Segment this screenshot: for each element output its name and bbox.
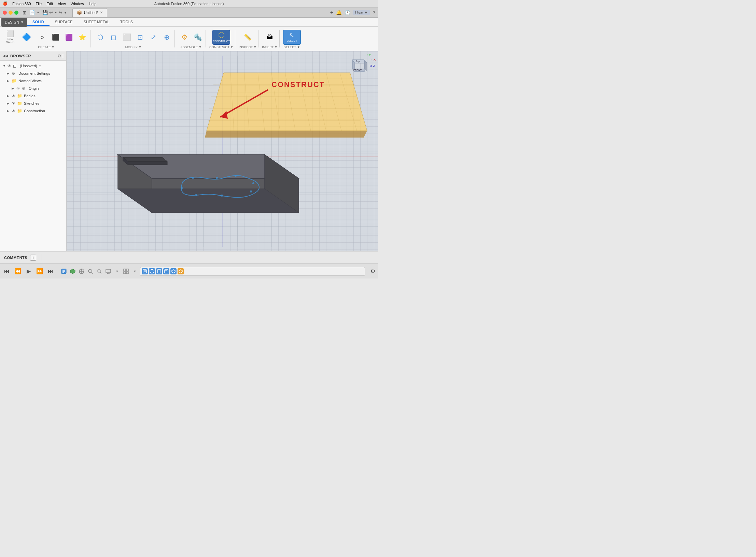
sketches-visibility[interactable]: 👁 (12, 101, 16, 105)
fillet-button[interactable]: ◻ (107, 30, 120, 45)
press-pull-button[interactable]: ⬡ (94, 30, 106, 45)
design-button[interactable]: DESIGN ▼ (1, 17, 27, 27)
timeline-icon-display[interactable] (104, 268, 112, 275)
timeline-icon-body[interactable] (69, 268, 76, 275)
view-cube[interactable]: Top FRONT → X ↑ Y ⊙ Z (347, 55, 371, 78)
timeline-item-1[interactable] (142, 268, 148, 274)
tab-surface[interactable]: SURFACE (50, 18, 78, 26)
select-button[interactable]: ↖ SELECT (283, 30, 301, 45)
timeline-goto-start[interactable]: ⏮ (3, 267, 11, 275)
construct-dropdown[interactable]: ▼ (230, 45, 233, 49)
sweep-button[interactable]: 🟪 (63, 30, 75, 45)
tree-item-construction[interactable]: ▶ 👁 📁 Construction (0, 107, 66, 115)
apple-menu[interactable]: 🍎 (3, 1, 8, 6)
notifications-icon[interactable]: 🔔 (336, 10, 342, 15)
history-icon[interactable]: 🕐 (345, 10, 350, 15)
menu-window[interactable]: Window (71, 2, 84, 6)
dropdown-arrow[interactable]: ▼ (37, 11, 40, 14)
tree-item-origin[interactable]: ▶ 👁 ⊕ Origin (0, 85, 66, 92)
timeline-item-4[interactable] (163, 268, 169, 274)
loft-button[interactable]: ⭐ (76, 30, 88, 45)
create-dropdown[interactable]: ▼ (52, 45, 55, 49)
menu-edit[interactable]: Edit (46, 2, 53, 6)
timeline-icon-grid-dropdown[interactable]: ▼ (131, 268, 139, 275)
timeline-play[interactable]: ▶ (25, 267, 33, 275)
tree-item-bodies[interactable]: ▶ 👁 📁 Bodies (0, 92, 66, 100)
new-file-icon[interactable]: 📄 (29, 10, 35, 15)
assemble-btn1[interactable]: ⚙ (178, 30, 191, 45)
timeline-icon-sketch[interactable] (60, 268, 68, 275)
tree-item-doc-settings[interactable]: ▶ ⚙ Document Settings (0, 70, 66, 77)
timeline-item-2[interactable] (149, 268, 155, 274)
timeline-icon-move[interactable] (78, 268, 85, 275)
tab-sheet-metal[interactable]: SHEET METAL (78, 18, 115, 26)
window-maximize[interactable] (14, 11, 18, 15)
timeline-item-3[interactable] (156, 268, 162, 274)
window-close[interactable] (3, 11, 7, 15)
viewport[interactable]: CONSTRUCT Top FRONT → X (67, 51, 378, 251)
tree-item-named-views[interactable]: ▶ 📁 Named Views (0, 77, 66, 85)
bodies-visibility[interactable]: 👁 (12, 94, 16, 98)
menu-view[interactable]: View (58, 2, 66, 6)
insert-btn1[interactable]: 🏔 (264, 30, 276, 45)
revolve-button[interactable]: ○ (36, 30, 48, 45)
timeline-next[interactable]: ⏩ (36, 267, 44, 275)
user-profile[interactable]: User ▼ (353, 10, 370, 15)
root-visibility[interactable]: 👁 (8, 64, 12, 68)
assemble-dropdown[interactable]: ▼ (199, 45, 202, 49)
new-sketch-button[interactable]: ⬜ New Sketch (4, 30, 16, 45)
origin-visibility[interactable]: 👁 (16, 86, 21, 90)
construction-visibility[interactable]: 👁 (12, 109, 16, 113)
save-icon[interactable]: 💾 (42, 10, 48, 15)
tree-item-sketches[interactable]: ▶ 👁 📁 Sketches (0, 100, 66, 107)
combine-button[interactable]: ⊕ (160, 30, 173, 45)
tree-item-root[interactable]: ▼ 👁 ◻ (Unsaved) ⊙ (0, 62, 66, 70)
design-dropdown[interactable]: ▼ (20, 20, 24, 24)
window-minimize[interactable] (9, 11, 13, 15)
tab-solid[interactable]: SOLID (27, 18, 50, 26)
tab-tools[interactable]: TOOLS (115, 18, 138, 26)
shell-button[interactable]: ⊡ (134, 30, 146, 45)
inspect-btn1[interactable]: 📏 (241, 30, 254, 45)
assemble-icon2: 🔩 (194, 34, 202, 41)
undo-dropdown[interactable]: ▼ (54, 11, 57, 14)
box-button[interactable]: ⬛ (50, 30, 62, 45)
timeline-icon-display-dropdown[interactable]: ▼ (113, 268, 121, 275)
solid-extrude-button[interactable]: 🔷 (17, 30, 35, 45)
menu-fusion360[interactable]: Fusion 360 (12, 2, 31, 6)
construct-label-row: CONSTRUCT ▼ (209, 45, 233, 49)
scale-button[interactable]: ⤢ (147, 30, 159, 45)
browser-collapse-icon[interactable]: ◀◀ (3, 54, 8, 58)
modify-dropdown[interactable]: ▼ (138, 45, 141, 49)
browser-settings-icon[interactable]: ⚙ (57, 54, 61, 58)
redo-icon[interactable]: ↪ (59, 10, 62, 15)
add-comment-button[interactable]: + (30, 255, 36, 261)
browser-resize-icon[interactable]: | (62, 54, 64, 58)
help-icon[interactable]: ? (373, 10, 375, 15)
capture-icon[interactable]: ⊙ (39, 64, 41, 68)
timeline-item-5[interactable] (170, 268, 177, 274)
inspect-dropdown[interactable]: ▼ (253, 45, 256, 49)
add-tab-button[interactable]: + (330, 10, 333, 16)
timeline-icon-grid[interactable] (122, 268, 130, 275)
tab-untitled[interactable]: 📦 Untitled* ✕ (72, 8, 108, 17)
timeline-icon-zoom[interactable] (87, 268, 94, 275)
svg-rect-71 (126, 272, 128, 274)
timeline-item-6[interactable] (178, 268, 184, 274)
select-dropdown[interactable]: ▼ (297, 45, 300, 49)
timeline-prev[interactable]: ⏪ (14, 267, 22, 275)
redo-dropdown[interactable]: ▼ (64, 11, 67, 14)
create-label-row: CREATE ▼ (38, 45, 55, 49)
settings-button[interactable]: ⚙ (370, 268, 375, 274)
menu-file[interactable]: File (36, 2, 42, 6)
assemble-btn2[interactable]: 🔩 (192, 30, 204, 45)
grid-icon[interactable]: ⊞ (23, 10, 27, 15)
tab-close-button[interactable]: ✕ (100, 11, 103, 14)
undo-icon[interactable]: ↩ (49, 10, 53, 15)
insert-dropdown[interactable]: ▼ (275, 45, 278, 49)
menu-help[interactable]: Help (89, 2, 97, 6)
timeline-icon-zoom-dropdown[interactable] (96, 268, 103, 275)
chamfer-button[interactable]: ⬜ (121, 30, 133, 45)
construct-button[interactable]: ⬡ CONSTRUCT (212, 30, 230, 45)
timeline-goto-end[interactable]: ⏭ (46, 267, 55, 275)
